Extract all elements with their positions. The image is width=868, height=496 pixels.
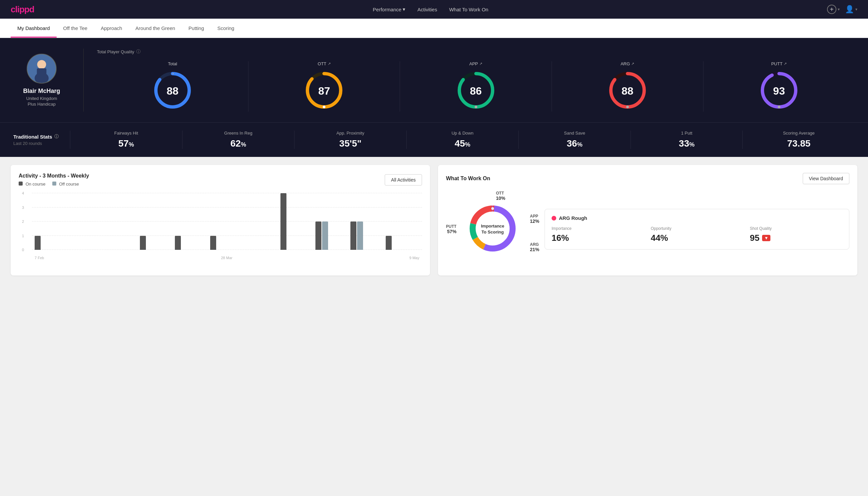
- gauge-arg-value: 88: [621, 85, 633, 97]
- stat-label-group: Traditional Stats ⓘ Last 20 rounds: [13, 134, 70, 146]
- gauge-app-container: 86: [456, 70, 496, 112]
- detail-metrics: Importance 16% Opportunity 44% Shot Qual…: [552, 226, 842, 243]
- gauge-putt-container: 93: [759, 70, 799, 112]
- app-arrow-icon: ↗: [479, 62, 482, 66]
- stat-item-0: Fairways Hit 57%: [70, 130, 182, 149]
- bar-group-8: [315, 221, 349, 250]
- gauge-putt-title: PUTT ↗: [771, 61, 787, 66]
- bar-group-9: [350, 221, 384, 250]
- nav-activities[interactable]: Activities: [417, 7, 437, 12]
- legend-off-course-dot: [52, 182, 56, 186]
- gauge-total-title: Total: [168, 61, 177, 66]
- app-logo: clippd: [11, 4, 34, 15]
- bars-container: [32, 193, 422, 250]
- tab-my-dashboard[interactable]: My Dashboard: [11, 19, 57, 37]
- gauge-app-value: 86: [470, 85, 482, 97]
- ott-arrow-icon: ↗: [328, 62, 331, 66]
- tab-off-the-tee[interactable]: Off the Tee: [57, 19, 94, 37]
- legend-on-course: On course: [19, 182, 46, 187]
- bar-group-4: [175, 236, 208, 250]
- legend-on-course-dot: [19, 182, 23, 186]
- gauges: Total 88 OTT ↗: [97, 61, 855, 112]
- bar-group-3: [140, 236, 174, 250]
- vertical-divider: [83, 49, 84, 112]
- hero-section: Blair McHarg United Kingdom Plus Handica…: [0, 38, 868, 122]
- bar-offcourse-8: [322, 221, 328, 250]
- stats-title: Traditional Stats ⓘ: [13, 134, 70, 140]
- player-country: United Kingdom: [26, 96, 57, 101]
- detail-metric-opportunity: Opportunity 44%: [651, 226, 743, 243]
- view-dashboard-button[interactable]: View Dashboard: [803, 173, 849, 184]
- stat-item-5: 1 Putt 33%: [631, 130, 743, 149]
- tab-bar: My Dashboard Off the Tee Approach Around…: [0, 19, 868, 38]
- gauge-ott-title: OTT ↗: [318, 61, 331, 66]
- add-dropdown-icon: ▾: [838, 7, 840, 12]
- stat-item-6: Scoring Average 73.85: [742, 130, 855, 149]
- gauge-total: Total 88: [97, 61, 249, 112]
- quality-section: Total Player Quality ⓘ Total 88: [97, 49, 855, 112]
- top-nav: clippd Performance ▾ Activities What To …: [0, 0, 868, 19]
- stat-name-5: 1 Putt: [636, 130, 738, 136]
- bar-oncourse-0: [35, 236, 41, 250]
- detail-metric-importance: Importance 16%: [552, 226, 644, 243]
- stat-item-4: Sand Save 36%: [518, 130, 631, 149]
- x-label-2: 9 May: [409, 256, 419, 260]
- chart-legend: On course Off course: [19, 182, 89, 187]
- stats-info-icon[interactable]: ⓘ: [54, 134, 59, 140]
- nav-what-to-work-on[interactable]: What To Work On: [449, 7, 488, 12]
- stat-items: Fairways Hit 57% Greens In Reg 62% App. …: [70, 130, 855, 149]
- player-name: Blair McHarg: [23, 88, 60, 95]
- gauge-arg-container: 88: [607, 70, 647, 112]
- user-menu[interactable]: 👤 ▾: [845, 5, 857, 14]
- gauge-ott-value: 87: [318, 85, 330, 97]
- all-activities-button[interactable]: All Activities: [385, 174, 422, 186]
- add-button[interactable]: + ▾: [827, 5, 840, 14]
- stat-val-3: 45%: [412, 138, 513, 149]
- svg-rect-3: [37, 68, 47, 75]
- stat-item-3: Up & Down 45%: [406, 130, 519, 149]
- arg-arrow-icon: ↗: [631, 62, 634, 66]
- plus-icon: +: [827, 5, 836, 14]
- arg-label: ARG 21%: [530, 242, 539, 252]
- svg-point-23: [491, 207, 494, 210]
- stat-val-1: 62%: [188, 138, 289, 149]
- stat-name-1: Greens In Reg: [188, 130, 289, 136]
- donut-area: PUTT 57% OTT 10% APP 12% ARG: [446, 191, 849, 267]
- donut-center: Importance To Scoring: [481, 223, 504, 235]
- nav-links: Performance ▾ Activities What To Work On: [373, 6, 488, 12]
- gauge-total-container: 88: [153, 70, 192, 112]
- stat-name-0: Fairways Hit: [76, 130, 177, 136]
- detail-metric-shot-quality: Shot Quality 95 ▼: [750, 226, 842, 243]
- gauge-ott-container: 87: [304, 70, 344, 112]
- stat-name-4: Sand Save: [524, 130, 625, 136]
- bar-group-7: [281, 193, 314, 250]
- gauge-ott: OTT ↗ 87: [249, 61, 400, 112]
- x-label-1: 28 Mar: [221, 256, 232, 260]
- x-labels: 7 Feb 28 Mar 9 May: [32, 256, 422, 260]
- stat-val-5: 33%: [636, 138, 738, 149]
- gauge-app-title: APP ↗: [469, 61, 482, 66]
- bar-oncourse-9: [350, 221, 357, 250]
- bar-oncourse-7: [281, 193, 286, 250]
- stat-item-1: Greens In Reg 62%: [182, 130, 295, 149]
- tab-scoring[interactable]: Scoring: [211, 19, 241, 37]
- putt-label: PUTT 57%: [446, 224, 456, 234]
- bar-oncourse-10: [386, 236, 392, 250]
- stats-row: Traditional Stats ⓘ Last 20 rounds Fairw…: [0, 122, 868, 157]
- nav-performance[interactable]: Performance ▾: [373, 6, 405, 12]
- donut-svg-wrap: Importance To Scoring: [466, 202, 519, 257]
- ott-label: OTT 10%: [496, 191, 505, 201]
- gauge-putt-value: 93: [773, 85, 785, 97]
- tab-approach[interactable]: Approach: [94, 19, 129, 37]
- tab-around-the-green[interactable]: Around the Green: [129, 19, 182, 37]
- tab-putting[interactable]: Putting: [182, 19, 211, 37]
- detail-card-title: ARG Rough: [552, 215, 842, 221]
- gauge-total-value: 88: [167, 85, 178, 97]
- stat-name-6: Scoring Average: [748, 130, 849, 136]
- quality-label: Total Player Quality ⓘ: [97, 49, 855, 55]
- gauge-putt: PUTT ↗ 93: [704, 61, 855, 112]
- info-icon[interactable]: ⓘ: [136, 49, 141, 55]
- player-info: Blair McHarg United Kingdom Plus Handica…: [13, 53, 70, 107]
- app-label: APP 12%: [530, 214, 539, 224]
- gauge-arg-title: ARG ↗: [620, 61, 634, 66]
